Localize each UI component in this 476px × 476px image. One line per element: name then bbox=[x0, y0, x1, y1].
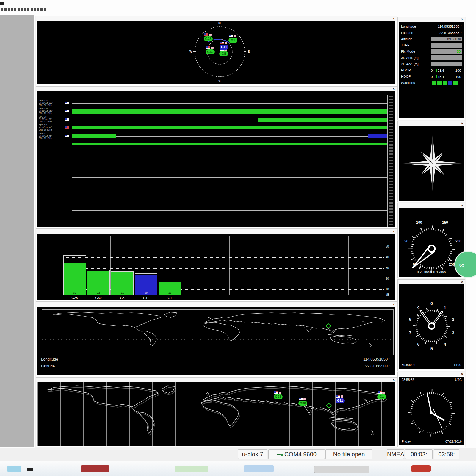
file-status: No file open bbox=[325, 449, 372, 459]
speed-readout: 0.26 m/s = 0.9 km/h bbox=[399, 270, 464, 274]
history-signal-bar bbox=[368, 134, 387, 138]
cno-chart-titlebar[interactable]: ✕ bbox=[36, 229, 397, 234]
protocol-status: NMEA bbox=[387, 449, 404, 459]
data-panel-canvas: Longitude114.05351850 °Latitude22.613335… bbox=[399, 22, 464, 118]
world-map bbox=[42, 310, 393, 355]
navigation-data-panel: ✕ Longitude114.05351850 °Latitude22.6133… bbox=[397, 17, 465, 120]
satellite-info-label: GPS G1El: 22° Az: 45°CNo: 12 dBHz bbox=[39, 132, 71, 141]
taskbar-icon[interactable] bbox=[244, 465, 274, 472]
satellite-id: G8 bbox=[219, 51, 228, 56]
close-icon[interactable]: ✕ bbox=[392, 87, 396, 91]
world-position-titlebar[interactable]: ✕ bbox=[36, 302, 397, 307]
clock-time: 03:58:56 bbox=[402, 378, 414, 381]
data-panel-titlebar[interactable]: ✕ bbox=[398, 17, 465, 22]
minimized-toolbar-icons[interactable] bbox=[1, 8, 46, 11]
speedometer-titlebar[interactable]: ✕ bbox=[398, 203, 465, 208]
cno-bar-value: 12 bbox=[159, 291, 181, 294]
satellite-body-icon bbox=[234, 35, 236, 37]
history-signal-bar bbox=[258, 118, 387, 122]
altimeter-digit: 4 bbox=[444, 342, 446, 347]
close-icon[interactable]: ✕ bbox=[392, 303, 396, 306]
sky-view-titlebar[interactable]: ✕ bbox=[36, 16, 397, 21]
cno-gridline bbox=[63, 247, 384, 247]
satellite-info-line: CNo: 12 dBHz bbox=[39, 137, 71, 140]
satellite-info-line: GPS G8 bbox=[39, 116, 71, 118]
taskbar-icon[interactable] bbox=[7, 466, 21, 472]
satellite-marker-g28: G28 bbox=[274, 391, 284, 400]
altimeter-digit: 6 bbox=[417, 342, 419, 347]
signal-history-titlebar[interactable]: ✕ bbox=[36, 87, 397, 91]
us-flag-icon bbox=[65, 110, 69, 112]
compass-titlebar[interactable]: ✕ bbox=[398, 121, 465, 126]
range-value: 15.1 bbox=[438, 75, 444, 79]
clock-date: 07/29/2016 bbox=[445, 440, 462, 443]
us-flag-icon bbox=[299, 398, 303, 400]
taskbar-icon[interactable] bbox=[27, 468, 33, 471]
compass-canvas bbox=[399, 126, 464, 201]
taskbar-icon[interactable] bbox=[411, 465, 431, 472]
history-signal-bar bbox=[72, 134, 116, 138]
close-icon[interactable]: ✕ bbox=[460, 204, 464, 208]
range-min: 0 bbox=[431, 69, 433, 72]
status-bar: u-blox 7 COM4 9600 No file open NMEA 00:… bbox=[0, 448, 476, 461]
satellite-info-line: GPS G28 bbox=[39, 99, 71, 102]
altimeter-digit: 0 bbox=[430, 301, 433, 306]
satellite-marker-g30: G30 bbox=[206, 46, 216, 55]
utc-time-status: 03:58: bbox=[434, 449, 459, 459]
cno-axis-tick: 20 bbox=[386, 277, 393, 280]
info-row-ttff: TTFF bbox=[401, 43, 462, 48]
taskbar-icon[interactable] bbox=[175, 466, 208, 472]
info-label: 3D Acc. [m] bbox=[401, 56, 419, 60]
speed-tick-50: 50 bbox=[404, 239, 408, 243]
close-icon[interactable]: ✕ bbox=[460, 18, 464, 21]
close-icon[interactable]: ✕ bbox=[460, 372, 464, 376]
us-flag-icon bbox=[206, 46, 210, 49]
close-icon[interactable]: ✕ bbox=[460, 280, 464, 284]
satellite-status-square bbox=[453, 81, 458, 85]
cno-gridline bbox=[63, 257, 384, 258]
cno-category-label: G30 bbox=[87, 296, 110, 300]
info-row-pdop: PDOP023.6100 bbox=[401, 68, 462, 73]
range-min: 0 bbox=[431, 75, 433, 79]
satellite-status-square bbox=[437, 81, 442, 85]
close-icon[interactable]: ✕ bbox=[460, 121, 464, 125]
altimeter-titlebar[interactable]: ✕ bbox=[398, 280, 465, 284]
close-icon[interactable]: ✕ bbox=[392, 378, 396, 382]
satellite-body-icon bbox=[211, 47, 214, 49]
cardinal-north-label: N bbox=[218, 21, 221, 25]
info-value: 3D bbox=[431, 49, 462, 54]
satellite-id: G11 bbox=[336, 398, 345, 403]
cno-axis-tick: 10 bbox=[386, 288, 393, 291]
satellite-id: G28 bbox=[274, 394, 283, 399]
range-max: 100 bbox=[455, 69, 461, 72]
info-value-bar: 3D bbox=[431, 49, 462, 54]
close-icon[interactable]: ✕ bbox=[392, 230, 396, 234]
range-max: 100 bbox=[455, 75, 461, 79]
map-frame bbox=[42, 309, 394, 355]
satellite-info-line: CNo: 19 dBHz bbox=[39, 129, 71, 131]
us-flag-icon bbox=[229, 35, 233, 37]
info-row-longitude: Longitude114.05351850 ° bbox=[401, 24, 462, 30]
ground-track-titlebar[interactable]: ✕ bbox=[36, 378, 397, 382]
left-docking-panel bbox=[0, 15, 34, 447]
cardinal-east-label: E bbox=[248, 50, 250, 53]
cno-bar: 22 bbox=[87, 271, 109, 295]
taskbar-icon[interactable] bbox=[314, 466, 369, 473]
sky-view-panel: ✕ N S W E G28G30G8G11G1 bbox=[36, 16, 397, 86]
cardinal-west-label: W bbox=[189, 50, 192, 53]
info-value bbox=[431, 62, 462, 67]
history-grid bbox=[72, 95, 388, 227]
info-bar-text: 3D bbox=[457, 50, 461, 53]
connector-icon bbox=[277, 453, 283, 456]
cno-category-label: G11 bbox=[134, 296, 158, 300]
close-icon[interactable]: ✕ bbox=[392, 17, 396, 21]
info-row-fix-mode: Fix Mode3D bbox=[401, 49, 462, 55]
taskbar-icon[interactable] bbox=[81, 465, 109, 472]
info-label: PDOP bbox=[401, 68, 411, 72]
cno-axis-tick: 50 bbox=[386, 245, 393, 248]
info-value: 22.61333583 ° bbox=[431, 31, 462, 36]
satellite-body-icon bbox=[209, 34, 212, 36]
world-map bbox=[37, 382, 395, 446]
altimeter-digit: 2 bbox=[452, 317, 454, 322]
clock-titlebar[interactable]: ✕ bbox=[398, 372, 465, 376]
